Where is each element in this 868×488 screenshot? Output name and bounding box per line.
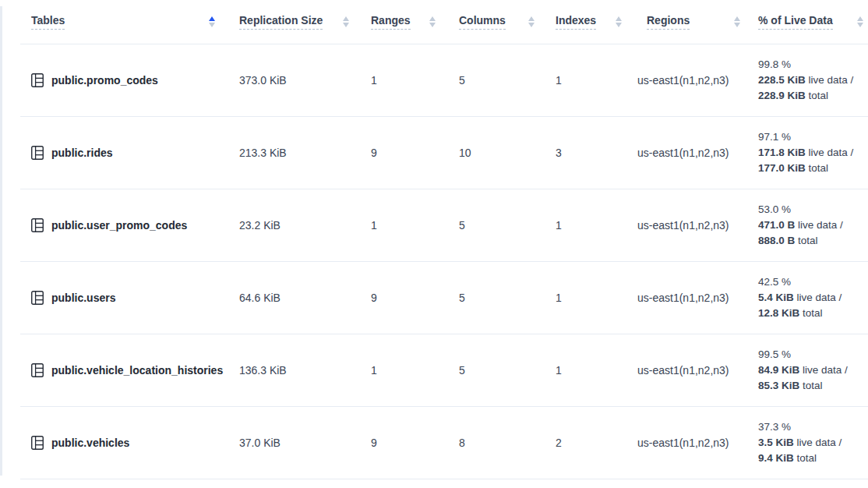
indexes-cell: 1 <box>546 74 637 87</box>
indexes-cell: 1 <box>546 292 637 304</box>
table-name-cell: public.rides <box>20 146 230 160</box>
replication-size-cell: 373.0 KiB <box>230 74 361 87</box>
table-icon <box>31 73 44 87</box>
replication-size-cell: 136.3 KiB <box>230 364 361 377</box>
column-header-replication-size[interactable]: Replication Size <box>230 14 361 30</box>
table-row[interactable]: public.user_promo_codes 23.2 KiB 1 5 1 u… <box>20 189 868 262</box>
live-percent: 99.5 % <box>758 347 868 362</box>
columns-cell: 5 <box>450 364 546 377</box>
table-row[interactable]: public.users 64.6 KiB 9 5 1 us-east1(n1,… <box>20 262 868 334</box>
live-size-line: 5.4 KiB live data / <box>758 290 868 306</box>
table-name-link[interactable]: public.user_promo_codes <box>51 219 187 232</box>
regions-cell: us-east1(n1,n2,n3) <box>637 147 749 159</box>
caret-down-icon <box>857 23 863 27</box>
sort-icon[interactable] <box>343 16 349 28</box>
column-header-columns[interactable]: Columns <box>450 14 546 30</box>
indexes-cell: 3 <box>546 147 637 159</box>
table-name-cell: public.vehicles <box>20 436 230 450</box>
column-header-label[interactable]: Columns <box>459 14 506 30</box>
replication-size-cell: 213.3 KiB <box>230 147 361 159</box>
sort-icon[interactable] <box>616 16 622 28</box>
indexes-cell: 1 <box>546 219 637 232</box>
column-header-label[interactable]: Regions <box>647 14 690 30</box>
table-name-link[interactable]: public.vehicles <box>51 437 129 449</box>
column-header-label[interactable]: Ranges <box>371 14 411 30</box>
page-edge-divider <box>0 6 2 476</box>
table-name-link[interactable]: public.users <box>51 292 115 304</box>
caret-down-icon <box>528 23 535 27</box>
regions-cell: us-east1(n1,n2,n3) <box>637 292 749 304</box>
ranges-cell: 1 <box>361 74 450 87</box>
live-data-cell: 53.0 % 471.0 B live data / 888.0 B total <box>749 202 868 249</box>
sort-icon[interactable] <box>857 16 863 28</box>
caret-up-icon <box>616 16 622 21</box>
column-header-label[interactable]: Replication Size <box>239 14 323 30</box>
table-header-row: Tables Replication Size Ranges Columns I… <box>20 0 868 44</box>
columns-cell: 8 <box>450 437 546 449</box>
live-percent: 53.0 % <box>758 202 868 217</box>
table-icon <box>31 218 44 232</box>
table-name-cell: public.promo_codes <box>20 73 230 87</box>
indexes-cell: 2 <box>546 437 637 449</box>
caret-down-icon <box>429 23 436 27</box>
table-name-link[interactable]: public.vehicle_location_histories <box>51 364 223 377</box>
table-name-cell: public.user_promo_codes <box>20 218 230 232</box>
column-header-regions[interactable]: Regions <box>637 14 749 30</box>
indexes-cell: 1 <box>546 364 637 377</box>
columns-cell: 10 <box>450 147 546 159</box>
live-size-line: 171.8 KiB live data / <box>758 145 868 161</box>
live-data-cell: 42.5 % 5.4 KiB live data / 12.8 KiB tota… <box>749 274 868 321</box>
column-header-tables[interactable]: Tables <box>20 14 230 30</box>
caret-down-icon <box>343 23 349 27</box>
live-percent: 99.8 % <box>758 57 868 72</box>
sort-icon[interactable] <box>209 16 215 28</box>
caret-up-icon <box>734 16 740 21</box>
caret-up-icon <box>343 16 349 21</box>
regions-cell: us-east1(n1,n2,n3) <box>637 437 749 449</box>
table-name-link[interactable]: public.promo_codes <box>51 74 158 87</box>
caret-down-icon <box>209 23 215 27</box>
live-size-line: 84.9 KiB live data / <box>758 362 868 378</box>
table-row[interactable]: public.promo_codes 373.0 KiB 1 5 1 us-ea… <box>20 44 868 117</box>
total-size-line: 85.3 KiB total <box>758 378 868 394</box>
caret-up-icon <box>528 16 535 21</box>
ranges-cell: 1 <box>361 364 450 377</box>
table-row[interactable]: public.vehicle_location_histories 136.3 … <box>20 334 868 407</box>
live-data-cell: 97.1 % 171.8 KiB live data / 177.0 KiB t… <box>749 129 868 176</box>
total-size-line: 228.9 KiB total <box>758 88 868 104</box>
table-row[interactable]: public.vehicles 37.0 KiB 9 8 2 us-east1(… <box>20 407 868 479</box>
table-row[interactable]: public.rides 213.3 KiB 9 10 3 us-east1(n… <box>20 117 868 189</box>
table-name-link[interactable]: public.rides <box>51 147 113 159</box>
caret-down-icon <box>734 23 740 27</box>
regions-cell: us-east1(n1,n2,n3) <box>637 364 749 377</box>
total-size-line: 12.8 KiB total <box>758 306 868 321</box>
column-header-indexes[interactable]: Indexes <box>546 14 637 30</box>
live-data-cell: 99.8 % 228.5 KiB live data / 228.9 KiB t… <box>749 57 868 104</box>
replication-size-cell: 23.2 KiB <box>230 219 361 232</box>
live-percent: 37.3 % <box>758 419 868 435</box>
caret-up-icon <box>209 16 215 21</box>
total-size-line: 9.4 KiB total <box>758 451 868 466</box>
table-icon <box>31 363 44 377</box>
live-percent: 42.5 % <box>758 274 868 290</box>
column-header-label[interactable]: Indexes <box>556 14 596 30</box>
columns-cell: 5 <box>450 292 546 304</box>
table-icon <box>31 436 44 450</box>
columns-cell: 5 <box>450 74 546 87</box>
regions-cell: us-east1(n1,n2,n3) <box>637 219 749 232</box>
live-data-cell: 37.3 % 3.5 KiB live data / 9.4 KiB total <box>749 419 868 466</box>
column-header-label[interactable]: Tables <box>31 14 65 30</box>
sort-icon[interactable] <box>734 16 740 28</box>
columns-cell: 5 <box>450 219 546 232</box>
live-data-cell: 99.5 % 84.9 KiB live data / 85.3 KiB tot… <box>749 347 868 394</box>
column-header-ranges[interactable]: Ranges <box>361 14 450 30</box>
sort-icon[interactable] <box>429 16 436 28</box>
column-header-live-data[interactable]: % of Live Data <box>749 14 868 30</box>
caret-up-icon <box>857 16 863 21</box>
sort-icon[interactable] <box>528 16 535 28</box>
column-header-label[interactable]: % of Live Data <box>758 14 833 30</box>
live-size-line: 228.5 KiB live data / <box>758 72 868 88</box>
table-icon <box>31 291 44 305</box>
ranges-cell: 9 <box>361 292 450 304</box>
ranges-cell: 9 <box>361 437 450 449</box>
